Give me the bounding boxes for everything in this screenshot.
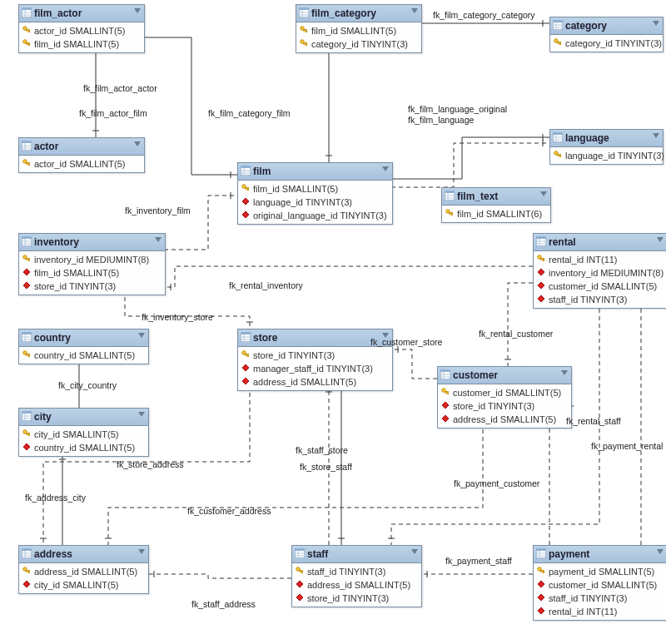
- column-row[interactable]: city_id SMALLINT(5): [19, 428, 148, 441]
- column-row[interactable]: film_id SMALLINT(6): [442, 207, 550, 220]
- entity-inventory[interactable]: inventoryinventory_id MEDIUMINT(8)film_i…: [18, 233, 166, 295]
- entity-rental[interactable]: rentalrental_id INT(11)inventory_id MEDI…: [533, 233, 666, 309]
- column-row[interactable]: address_id SMALLINT(5): [238, 375, 392, 389]
- collapse-arrow-icon[interactable]: [155, 237, 162, 242]
- column-row[interactable]: address_id SMALLINT(5): [19, 565, 148, 578]
- entity-country[interactable]: countrycountry_id SMALLINT(5): [18, 329, 149, 364]
- entity-film[interactable]: filmfilm_id SMALLINT(5)language_id TINYI…: [237, 162, 393, 225]
- svg-marker-190: [242, 378, 249, 384]
- collapse-arrow-icon[interactable]: [561, 370, 568, 375]
- collapse-arrow-icon[interactable]: [382, 333, 389, 338]
- entity-title[interactable]: film_actor: [19, 5, 144, 22]
- column-row[interactable]: country_id SMALLINT(5): [19, 441, 148, 454]
- svg-rect-141: [247, 188, 249, 191]
- column-row[interactable]: store_id TINYINT(3): [19, 280, 165, 293]
- column-label: film_id SMALLINT(5): [311, 26, 396, 36]
- column-row[interactable]: store_id TINYINT(3): [438, 399, 571, 413]
- column-row[interactable]: language_id TINYINT(3): [238, 196, 392, 209]
- svg-marker-239: [538, 607, 544, 614]
- entity-title[interactable]: customer: [438, 367, 571, 384]
- column-row[interactable]: staff_id TINYINT(3): [534, 592, 666, 605]
- entity-title[interactable]: city: [19, 409, 148, 426]
- column-row[interactable]: payment_id SMALLINT(5): [534, 565, 666, 578]
- entity-title[interactable]: language: [550, 130, 663, 147]
- column-row[interactable]: staff_id TINYINT(3): [292, 565, 421, 578]
- column-row[interactable]: actor_id SMALLINT(5): [19, 157, 144, 171]
- column-row[interactable]: manager_staff_id TINYINT(3): [238, 362, 392, 375]
- entity-title[interactable]: address: [19, 546, 148, 563]
- svg-marker-200: [442, 415, 449, 422]
- column-row[interactable]: actor_id SMALLINT(5): [19, 24, 144, 37]
- column-row[interactable]: inventory_id MEDIUMINT(8): [19, 253, 165, 266]
- entity-title[interactable]: country: [19, 329, 148, 347]
- entity-payment[interactable]: paymentpayment_id SMALLINT(5)customer_id…: [533, 545, 666, 621]
- entity-name-label: actor: [34, 141, 58, 152]
- entity-address[interactable]: addressaddress_id SMALLINT(5)city_id SMA…: [18, 545, 149, 594]
- column-row[interactable]: language_id TINYINT(3): [550, 149, 663, 162]
- entity-name-label: film_actor: [34, 7, 82, 19]
- column-label: address_id SMALLINT(5): [453, 414, 556, 424]
- entity-film_text[interactable]: film_textfilm_id SMALLINT(6): [441, 187, 551, 223]
- column-row[interactable]: customer_id SMALLINT(5): [534, 578, 666, 592]
- column-row[interactable]: country_id SMALLINT(5): [19, 349, 148, 362]
- svg-marker-160: [23, 269, 30, 275]
- collapse-arrow-icon[interactable]: [134, 141, 141, 146]
- entity-title[interactable]: inventory: [19, 234, 165, 251]
- entity-store[interactable]: storestore_id TINYINT(3)manager_staff_id…: [237, 329, 393, 391]
- collapse-arrow-icon[interactable]: [540, 191, 547, 196]
- entity-title[interactable]: staff: [292, 546, 421, 563]
- column-row[interactable]: address_id SMALLINT(5): [438, 413, 571, 426]
- column-row[interactable]: category_id TINYINT(3): [550, 37, 663, 50]
- collapse-arrow-icon[interactable]: [138, 412, 145, 417]
- collapse-arrow-icon[interactable]: [382, 166, 389, 171]
- entity-film_actor[interactable]: film_actoractor_id SMALLINT(5)film_id SM…: [18, 4, 145, 53]
- column-row[interactable]: film_id SMALLINT(5): [19, 37, 144, 51]
- svg-rect-151: [451, 213, 453, 215]
- entity-customer[interactable]: customercustomer_id SMALLINT(5)store_id …: [437, 366, 572, 429]
- column-row[interactable]: staff_id TINYINT(3): [534, 293, 666, 306]
- collapse-arrow-icon[interactable]: [653, 21, 659, 26]
- column-row[interactable]: category_id TINYINT(3): [296, 37, 421, 51]
- entity-title[interactable]: film_text: [442, 188, 550, 206]
- svg-marker-199: [442, 402, 449, 409]
- column-list: actor_id SMALLINT(5)film_id SMALLINT(5): [19, 22, 144, 52]
- column-row[interactable]: inventory_id MEDIUMINT(8): [534, 266, 666, 280]
- entity-title[interactable]: store: [238, 329, 392, 347]
- column-row[interactable]: city_id SMALLINT(5): [19, 578, 148, 592]
- entity-language[interactable]: languagelanguage_id TINYINT(3): [549, 129, 664, 165]
- entity-staff[interactable]: staffstaff_id TINYINT(3)address_id SMALL…: [291, 545, 422, 607]
- column-label: store_id TINYINT(3): [253, 350, 335, 360]
- entity-title[interactable]: film: [238, 163, 392, 181]
- collapse-arrow-icon[interactable]: [411, 549, 418, 554]
- collapse-arrow-icon[interactable]: [134, 8, 141, 13]
- collapse-arrow-icon[interactable]: [138, 333, 145, 338]
- column-row[interactable]: original_language_id TINYINT(3): [238, 209, 392, 222]
- column-row[interactable]: rental_id INT(11): [534, 605, 666, 618]
- entity-title[interactable]: payment: [534, 546, 666, 563]
- column-row[interactable]: film_id SMALLINT(5): [296, 24, 421, 37]
- entity-category[interactable]: categorycategory_id TINYINT(3): [549, 17, 664, 52]
- column-list: city_id SMALLINT(5)country_id SMALLINT(5…: [19, 426, 148, 456]
- entity-title[interactable]: category: [550, 17, 663, 35]
- column-row[interactable]: customer_id SMALLINT(5): [534, 280, 666, 293]
- entity-city[interactable]: citycity_id SMALLINT(5)country_id SMALLI…: [18, 408, 149, 457]
- collapse-arrow-icon[interactable]: [138, 549, 145, 554]
- column-row[interactable]: film_id SMALLINT(5): [19, 266, 165, 280]
- entity-title[interactable]: rental: [534, 234, 666, 251]
- column-row[interactable]: film_id SMALLINT(5): [238, 182, 392, 196]
- entity-film_category[interactable]: film_categoryfilm_id SMALLINT(5)category…: [296, 4, 422, 53]
- column-row[interactable]: store_id TINYINT(3): [292, 592, 421, 605]
- collapse-arrow-icon[interactable]: [657, 549, 664, 554]
- collapse-arrow-icon[interactable]: [411, 8, 418, 13]
- collapse-arrow-icon[interactable]: [657, 237, 664, 242]
- entity-title[interactable]: actor: [19, 138, 144, 156]
- column-row[interactable]: customer_id SMALLINT(5): [438, 386, 571, 399]
- column-row[interactable]: rental_id INT(11): [534, 253, 666, 266]
- column-row[interactable]: store_id TINYINT(3): [238, 349, 392, 362]
- entity-actor[interactable]: actoractor_id SMALLINT(5): [18, 137, 145, 173]
- svg-rect-127: [553, 132, 563, 135]
- collapse-arrow-icon[interactable]: [653, 133, 659, 138]
- svg-rect-182: [241, 332, 251, 334]
- entity-title[interactable]: film_category: [296, 5, 421, 22]
- column-row[interactable]: address_id SMALLINT(5): [292, 578, 421, 592]
